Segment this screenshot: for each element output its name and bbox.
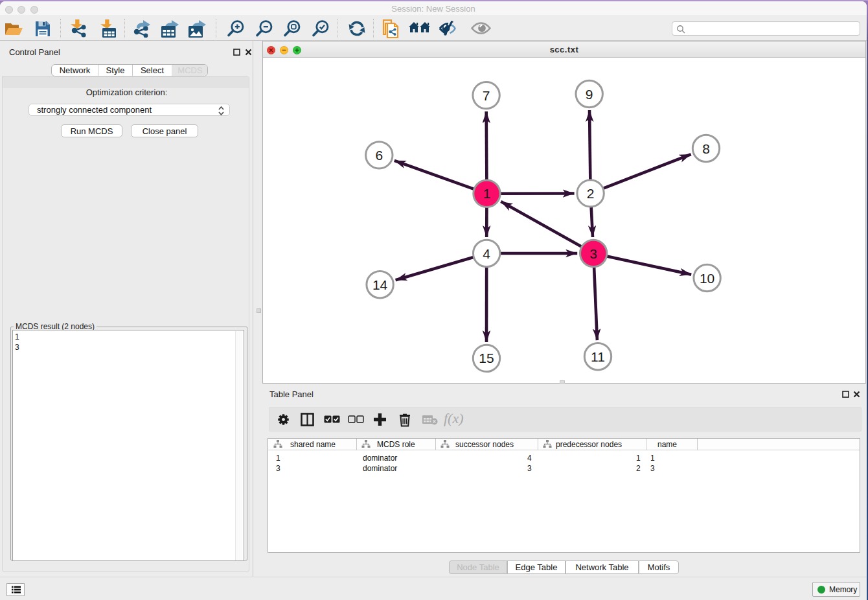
svg-text:14: 14 — [372, 277, 388, 292]
svg-text:2: 2 — [587, 186, 595, 201]
svg-text:3: 3 — [589, 246, 597, 261]
svg-text:8: 8 — [702, 141, 710, 156]
svg-text:11: 11 — [591, 349, 605, 364]
svg-text:6: 6 — [375, 148, 383, 163]
svg-text:10: 10 — [700, 271, 714, 286]
svg-text:15: 15 — [479, 351, 494, 365]
svg-text:4: 4 — [483, 246, 490, 261]
svg-text:9: 9 — [586, 87, 593, 102]
svg-text:7: 7 — [483, 88, 490, 103]
svg-text:1: 1 — [483, 186, 491, 201]
